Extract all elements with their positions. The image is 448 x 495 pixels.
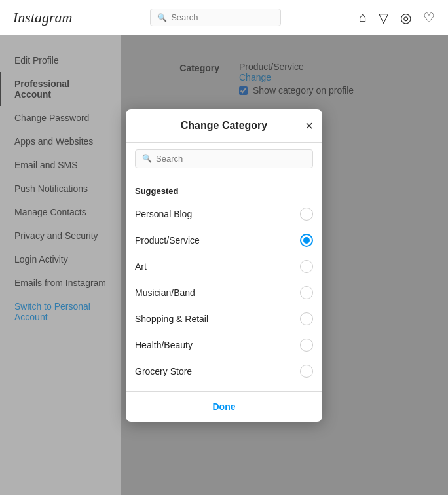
modal-footer: Done xyxy=(126,391,322,422)
category-musician-band[interactable]: Musician/Band xyxy=(126,280,322,306)
search-icon: 🔍 xyxy=(157,13,167,22)
modal-search-inner[interactable]: 🔍 xyxy=(135,149,313,168)
search-input[interactable] xyxy=(171,12,274,22)
header: Instagram 🔍 ⌂ ▽ ◎ ♡ xyxy=(0,0,448,35)
radio-art[interactable] xyxy=(300,260,313,273)
modal-search-icon: 🔍 xyxy=(142,154,152,163)
suggested-label: Suggested xyxy=(126,182,322,201)
radio-product-service[interactable] xyxy=(300,234,313,247)
radio-musician-band[interactable] xyxy=(300,286,313,299)
instagram-logo: Instagram xyxy=(13,9,72,26)
radio-shopping-retail[interactable] xyxy=(300,312,313,325)
category-health-beauty[interactable]: Health/Beauty xyxy=(126,332,322,358)
radio-health-beauty[interactable] xyxy=(300,339,313,352)
close-icon[interactable]: × xyxy=(305,119,313,132)
done-button[interactable]: Done xyxy=(213,401,236,412)
modal-search-input[interactable] xyxy=(156,154,306,164)
activity-icon[interactable]: ▽ xyxy=(379,10,388,26)
category-product-service[interactable]: Product/Service xyxy=(126,227,322,253)
heart-icon[interactable]: ♡ xyxy=(423,10,435,26)
header-icons: ⌂ ▽ ◎ ♡ xyxy=(359,10,435,26)
modal-header: Change Category × xyxy=(126,109,322,143)
category-art[interactable]: Art xyxy=(126,253,322,280)
home-icon[interactable]: ⌂ xyxy=(359,10,367,25)
modal-title: Change Category xyxy=(181,120,267,132)
modal-overlay: Change Category × 🔍 Suggested Personal B… xyxy=(0,35,448,495)
category-personal-blog[interactable]: Personal Blog xyxy=(126,201,322,227)
category-shopping-retail[interactable]: Shopping & Retail xyxy=(126,306,322,332)
search-bar[interactable]: 🔍 xyxy=(150,9,281,26)
modal-search-area: 🔍 xyxy=(126,143,322,175)
compass-icon[interactable]: ◎ xyxy=(400,10,411,26)
category-grocery-store[interactable]: Grocery Store xyxy=(126,358,322,384)
modal-body: Suggested Personal Blog Product/Service … xyxy=(126,175,322,391)
radio-personal-blog[interactable] xyxy=(300,208,313,221)
change-category-modal: Change Category × 🔍 Suggested Personal B… xyxy=(126,109,322,422)
radio-grocery-store[interactable] xyxy=(300,365,313,378)
